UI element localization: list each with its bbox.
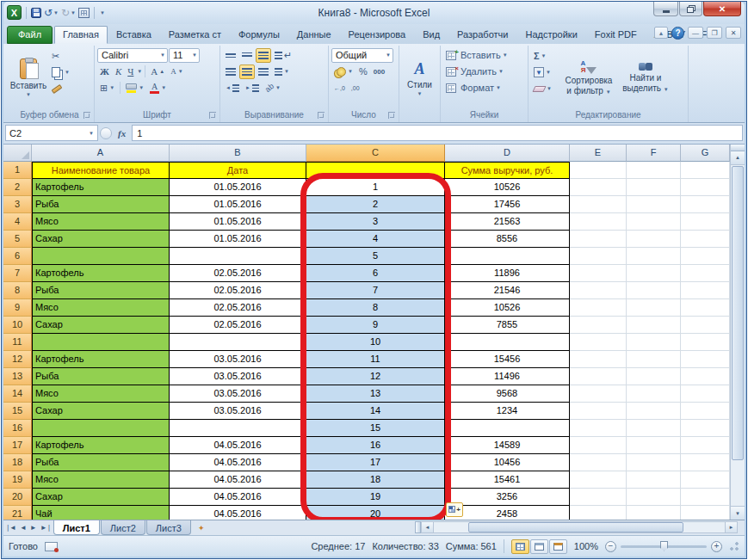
row-header-16[interactable]: 16 xyxy=(3,420,32,437)
cell-G20[interactable] xyxy=(681,489,730,506)
cell-E2[interactable] xyxy=(570,179,627,196)
cell-B5[interactable]: 01.05.2016 xyxy=(170,231,306,248)
vertical-split-handle[interactable] xyxy=(731,145,745,151)
cell-A21[interactable]: Чай xyxy=(32,506,170,520)
bold-button[interactable]: Ж xyxy=(97,65,112,79)
dialog-launcher-icon[interactable] xyxy=(388,112,395,119)
cell-E13[interactable] xyxy=(570,368,627,385)
cell-A3[interactable]: Рыба xyxy=(32,196,170,213)
scroll-right-arrow[interactable]: ► xyxy=(725,521,738,533)
increase-indent-button[interactable]: ► xyxy=(243,81,262,95)
align-top-button[interactable] xyxy=(223,48,238,63)
cell-B16[interactable] xyxy=(170,420,306,437)
row-header-8[interactable]: 8 xyxy=(3,282,32,299)
row-header-19[interactable]: 19 xyxy=(3,471,32,489)
cell-B12[interactable]: 03.05.2016 xyxy=(170,351,306,368)
column-header-B[interactable]: B xyxy=(170,145,306,162)
cell-B20[interactable]: 04.05.2016 xyxy=(170,489,306,506)
cell-G2[interactable] xyxy=(681,179,730,196)
cell-G8[interactable] xyxy=(681,282,730,299)
chevron-down-icon[interactable]: ▼ xyxy=(137,69,142,74)
align-center-button[interactable] xyxy=(239,65,255,79)
sort-filter-button[interactable]: АЯ Сортировка и фильтр ▼ xyxy=(560,47,617,109)
workbook-close-button[interactable]: ✕ xyxy=(726,27,741,39)
page-layout-view-button[interactable] xyxy=(530,539,548,554)
font-name-combo[interactable]: Calibri▼ xyxy=(97,48,168,63)
cell-F21[interactable] xyxy=(627,506,681,520)
column-header-A[interactable]: A xyxy=(32,145,170,162)
cell-C18[interactable]: 17 xyxy=(306,454,445,471)
cell-D18[interactable]: 10456 xyxy=(445,454,570,471)
cell-F3[interactable] xyxy=(627,196,681,213)
ribbon-tab-Вид[interactable]: Вид xyxy=(414,26,448,44)
column-header-G[interactable]: G xyxy=(681,145,730,162)
dialog-launcher-icon[interactable] xyxy=(209,112,216,119)
cell-C9[interactable]: 8 xyxy=(306,299,445,317)
scroll-down-arrow[interactable]: ▼ xyxy=(731,506,745,520)
column-header-F[interactable]: F xyxy=(627,145,681,162)
vertical-scrollbar[interactable]: ▲ ▼ xyxy=(730,145,745,520)
cell-B2[interactable]: 01.05.2016 xyxy=(170,179,306,196)
cell-C11[interactable]: 10 xyxy=(306,334,445,351)
cell-F18[interactable] xyxy=(627,454,681,471)
horizontal-scrollbar[interactable]: ◄ ► xyxy=(415,521,738,533)
cell-A7[interactable]: Картофель xyxy=(32,265,170,282)
cell-C20[interactable]: 19 xyxy=(306,489,445,506)
cell-A9[interactable]: Мясо xyxy=(32,299,170,317)
row-header-11[interactable]: 11 xyxy=(3,334,32,351)
cell-B6[interactable] xyxy=(170,248,306,265)
normal-view-button[interactable] xyxy=(511,539,529,554)
row-header-6[interactable]: 6 xyxy=(3,248,32,265)
cell-C5[interactable]: 4 xyxy=(306,231,445,248)
zoom-in-button[interactable]: + xyxy=(711,541,722,552)
last-sheet-button[interactable]: ►∣ xyxy=(40,524,51,532)
underline-button[interactable]: Ч xyxy=(125,65,136,79)
cell-E5[interactable] xyxy=(570,231,627,248)
row-header-4[interactable]: 4 xyxy=(3,213,32,231)
number-format-combo[interactable]: Общий▼ xyxy=(331,48,393,63)
cell-G7[interactable] xyxy=(681,265,730,282)
cell-D1[interactable]: Сумма выручки, руб. xyxy=(445,162,570,179)
cell-A2[interactable]: Картофель xyxy=(32,179,170,196)
cell-G11[interactable] xyxy=(681,334,730,351)
cell-A11[interactable] xyxy=(32,334,170,351)
cell-D19[interactable]: 15461 xyxy=(445,471,570,489)
cell-D15[interactable]: 1234 xyxy=(445,403,570,420)
row-header-20[interactable]: 20 xyxy=(3,489,32,506)
cell-F14[interactable] xyxy=(627,385,681,403)
cell-F16[interactable] xyxy=(627,420,681,437)
cell-D21[interactable]: 2458 xyxy=(445,506,570,520)
cell-C10[interactable]: 9 xyxy=(306,317,445,334)
row-header-15[interactable]: 15 xyxy=(3,403,32,420)
cell-E19[interactable] xyxy=(570,471,627,489)
cell-A16[interactable] xyxy=(32,420,170,437)
cell-A19[interactable]: Мясо xyxy=(32,471,170,489)
first-sheet-button[interactable]: ∣◄ xyxy=(6,524,16,532)
copy-button[interactable]: ▼ xyxy=(49,65,72,80)
cut-button[interactable]: ✂ xyxy=(49,49,72,64)
cell-E21[interactable] xyxy=(570,506,627,520)
cell-E9[interactable] xyxy=(570,299,627,317)
cell-E15[interactable] xyxy=(570,403,627,420)
cell-D9[interactable]: 10526 xyxy=(445,299,570,317)
cell-D7[interactable]: 11896 xyxy=(445,265,570,282)
cell-G3[interactable] xyxy=(681,196,730,213)
cell-B8[interactable]: 02.05.2016 xyxy=(170,282,306,299)
ribbon-tab-Данные[interactable]: Данные xyxy=(288,26,340,44)
format-cells-button[interactable]: Формат▼ xyxy=(443,81,504,95)
row-header-2[interactable]: 2 xyxy=(3,179,32,196)
cell-G19[interactable] xyxy=(681,471,730,489)
vertical-scroll-thumb[interactable] xyxy=(732,166,744,460)
prev-sheet-button[interactable]: ◄ xyxy=(20,524,27,532)
cell-E4[interactable] xyxy=(570,213,627,231)
thousands-button[interactable]: 000 xyxy=(371,65,387,79)
cell-A1[interactable]: Наименование товара xyxy=(32,162,170,179)
macro-record-icon[interactable] xyxy=(45,542,58,551)
zoom-level[interactable]: 100% xyxy=(574,541,598,551)
zoom-out-button[interactable]: − xyxy=(605,541,616,552)
cell-A8[interactable]: Рыба xyxy=(32,282,170,299)
insert-worksheet-button[interactable]: ✦ xyxy=(192,520,211,535)
dialog-launcher-icon[interactable] xyxy=(83,112,90,119)
ribbon-tab-Разработчи[interactable]: Разработчи xyxy=(448,26,516,44)
shrink-font-button[interactable]: А▼ xyxy=(168,65,185,79)
